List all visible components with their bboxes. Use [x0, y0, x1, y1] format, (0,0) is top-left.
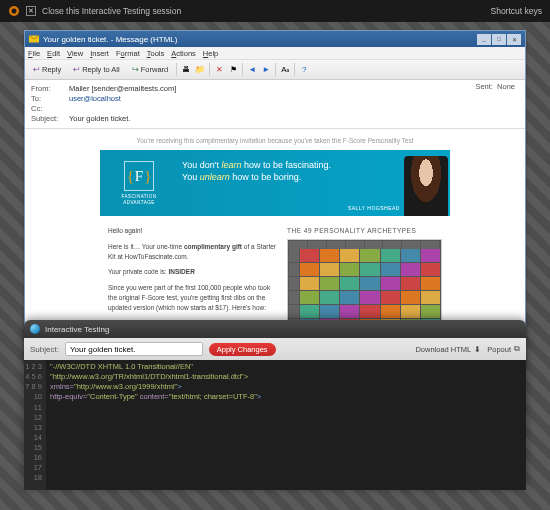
- brand-logo: F: [124, 161, 154, 191]
- menu-format[interactable]: Format: [116, 49, 140, 58]
- mail-menubar: FileEditViewInsertFormatToolsActionsHelp: [25, 47, 525, 60]
- download-html-link[interactable]: Download HTML ⬇: [415, 345, 481, 354]
- help-icon[interactable]: ?: [298, 64, 310, 76]
- author-name: SALLY HOGSHEAD: [348, 205, 400, 211]
- shortcut-keys-link[interactable]: Shortcut keys: [491, 6, 543, 16]
- close-button[interactable]: ✕: [507, 34, 521, 45]
- to-label: To:: [31, 94, 69, 103]
- download-icon: ⬇: [474, 345, 481, 354]
- mail-headers: Sent: None From:Mailer [sender@emailtest…: [25, 80, 525, 129]
- mail-title: Your golden ticket. - Message (HTML): [43, 35, 177, 44]
- close-session-icon[interactable]: ✕: [26, 6, 36, 16]
- dev-header: Interactive Testing: [24, 320, 526, 338]
- subject-value: Your golden ticket.: [69, 114, 130, 123]
- menu-edit[interactable]: Edit: [47, 49, 60, 58]
- line-gutter: 1 2 3 4 5 6 7 8 9 10 11 12 13 14 15 16 1…: [24, 360, 46, 490]
- hero-banner: F FASCINATIONADVANTAGE You don't learn h…: [100, 150, 450, 216]
- popout-link[interactable]: Popout ⧉: [487, 344, 520, 354]
- maximize-button[interactable]: □: [492, 34, 506, 45]
- delete-icon[interactable]: ✕: [213, 64, 225, 76]
- brand-name: FASCINATIONADVANTAGE: [121, 194, 156, 205]
- next-icon[interactable]: ►: [260, 64, 272, 76]
- dev-subject-input[interactable]: [65, 342, 203, 356]
- app-topbar: ✕ Close this Interactive Testing session…: [0, 0, 550, 22]
- minimize-button[interactable]: _: [477, 34, 491, 45]
- dev-subject-label: Subject:: [30, 345, 59, 354]
- mail-icon: [29, 34, 39, 44]
- app-logo-icon: [8, 5, 20, 17]
- menu-insert[interactable]: Insert: [90, 49, 109, 58]
- menu-file[interactable]: File: [28, 49, 40, 58]
- close-session-label[interactable]: Close this Interactive Testing session: [42, 6, 181, 16]
- font-icon[interactable]: Aa: [279, 64, 291, 76]
- forward-button[interactable]: ↪Forward: [127, 62, 174, 77]
- menu-help[interactable]: Help: [203, 49, 218, 58]
- to-value: user@localhost: [69, 94, 121, 103]
- code-content[interactable]: "-//W3C//DTD XHTML 1.0 Transitional//EN"…: [46, 360, 526, 490]
- subject-label: Subject:: [31, 114, 69, 123]
- preview-text: You're receiving this complimentary invi…: [136, 137, 413, 144]
- mail-window: Your golden ticket. - Message (HTML) _ □…: [24, 30, 526, 364]
- code-editor[interactable]: 1 2 3 4 5 6 7 8 9 10 11 12 13 14 15 16 1…: [24, 360, 526, 490]
- reply-all-button[interactable]: ↩Reply to All: [68, 62, 125, 77]
- from-label: From:: [31, 84, 69, 93]
- mail-toolbar: ↩Reply ↩Reply to All ↪Forward 🖶 📁 ✕ ⚑ ◄ …: [25, 60, 525, 80]
- dev-panel: Interactive Testing Subject: Apply Chang…: [24, 320, 526, 490]
- dev-orb-icon: [30, 324, 40, 334]
- menu-tools[interactable]: Tools: [147, 49, 165, 58]
- archetypes-title: THE 49 PERSONALITY ARCHETYPES: [287, 226, 442, 236]
- author-photo: [404, 156, 448, 216]
- cc-label: Cc:: [31, 104, 69, 113]
- reply-button[interactable]: ↩Reply: [28, 62, 66, 77]
- mail-titlebar: Your golden ticket. - Message (HTML) _ □…: [25, 31, 525, 47]
- dev-subject-bar: Subject: Apply Changes Download HTML ⬇ P…: [24, 338, 526, 360]
- print-icon[interactable]: 🖶: [180, 64, 192, 76]
- dev-title: Interactive Testing: [45, 325, 109, 334]
- menu-view[interactable]: View: [67, 49, 83, 58]
- prev-icon[interactable]: ◄: [246, 64, 258, 76]
- flag-icon[interactable]: ⚑: [227, 64, 239, 76]
- from-value: Mailer [sender@emailtests.com]: [69, 84, 176, 93]
- svg-point-1: [12, 9, 17, 14]
- popout-icon: ⧉: [514, 344, 520, 354]
- move-icon[interactable]: 📁: [194, 64, 206, 76]
- apply-changes-button[interactable]: Apply Changes: [209, 343, 276, 356]
- menu-actions[interactable]: Actions: [171, 49, 196, 58]
